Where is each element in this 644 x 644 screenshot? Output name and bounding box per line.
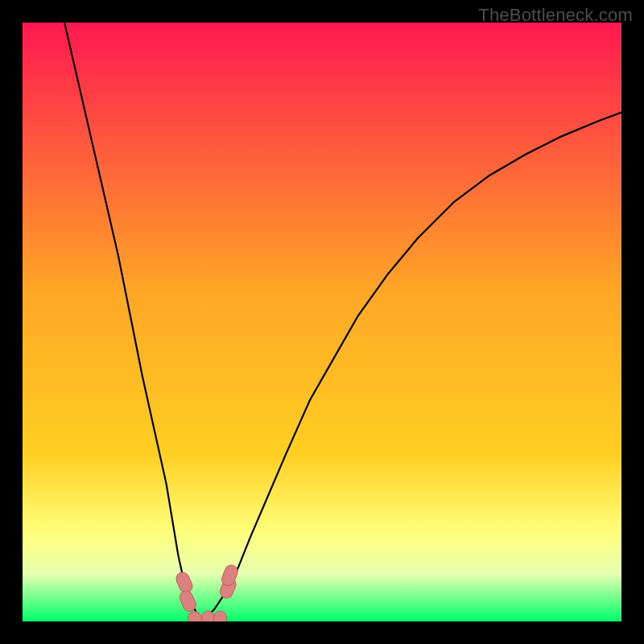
plot-area [23,23,621,621]
marker-3 [202,611,215,621]
marker-4 [214,611,227,621]
plot-svg [23,23,621,621]
chart-frame: TheBottleneck.com [0,0,644,644]
gradient-background [23,23,621,621]
